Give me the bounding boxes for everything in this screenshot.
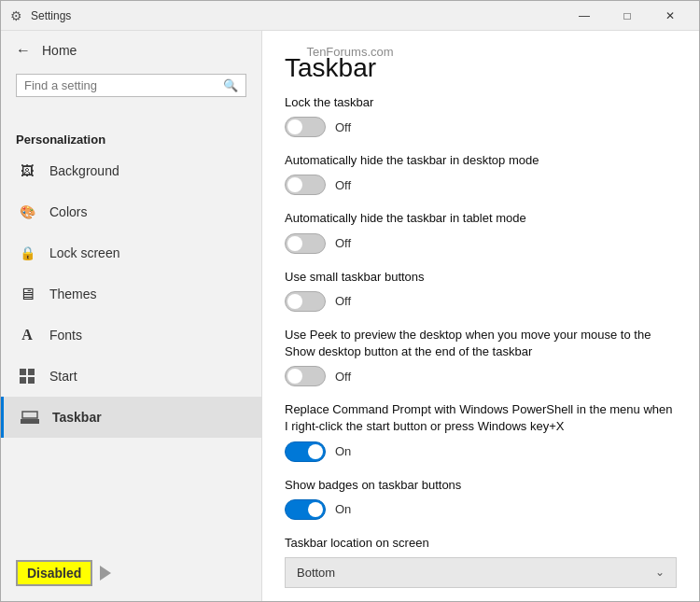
sidebar-item-lock-screen[interactable]: 🔒 Lock screen	[1, 232, 261, 273]
svg-rect-0	[20, 369, 26, 375]
sidebar-label-fonts: Fonts	[49, 328, 82, 343]
minimize-button[interactable]: —	[563, 1, 606, 31]
sidebar-label-start: Start	[49, 369, 77, 384]
auto-hide-desktop-knob	[287, 177, 302, 192]
chevron-down-icon: ⌄	[655, 566, 665, 579]
peek-preview-knob	[287, 369, 302, 384]
search-box[interactable]: TenForums.com 🔍	[16, 74, 246, 97]
sidebar: ← Home TenForums.com 🔍 Personalization 🖼…	[1, 31, 262, 601]
small-buttons-toggle[interactable]	[285, 291, 326, 312]
section-title: Personalization	[1, 125, 261, 150]
peek-preview-toggle-row: Off	[285, 366, 677, 386]
themes-icon: 🖥	[16, 283, 38, 305]
taskbar-location-label: Taskbar location on screen	[285, 535, 677, 552]
window-controls: — □ ✕	[563, 1, 692, 31]
taskbar-icon	[19, 406, 41, 428]
replace-cmd-toggle[interactable]	[285, 441, 326, 462]
setting-lock-taskbar: Lock the taskbar Off	[285, 94, 677, 137]
auto-hide-tablet-status: Off	[335, 236, 351, 250]
start-icon	[16, 365, 38, 387]
lock-screen-icon: 🔒	[16, 242, 38, 264]
location-dropdown[interactable]: Bottom ⌄	[285, 557, 677, 588]
auto-hide-tablet-toggle[interactable]	[285, 233, 326, 254]
settings-window: ⚙ Settings — □ ✕ ← Home TenForums.com 🔍 …	[0, 0, 700, 602]
show-badges-toggle[interactable]	[285, 499, 326, 520]
app-icon: ⚙	[8, 8, 23, 23]
show-badges-knob	[308, 502, 323, 517]
auto-hide-desktop-label: Automatically hide the taskbar in deskto…	[285, 152, 677, 169]
sidebar-item-fonts[interactable]: A Fonts	[1, 315, 261, 356]
small-buttons-status: Off	[335, 294, 351, 308]
lock-taskbar-knob	[287, 119, 302, 134]
lock-taskbar-status: Off	[335, 120, 351, 134]
auto-hide-desktop-toggle-row: Off	[285, 175, 677, 195]
show-badges-label: Show badges on taskbar buttons	[285, 477, 677, 494]
disabled-label: Disabled	[16, 560, 92, 586]
settings-list: Lock the taskbar Off Automatically hide …	[262, 94, 699, 601]
colors-icon: 🎨	[16, 201, 38, 223]
replace-cmd-status: On	[335, 444, 351, 458]
right-panel: Taskbar Lock the taskbar Off Automatical…	[262, 31, 699, 601]
setting-taskbar-location: Taskbar location on screen Bottom ⌄	[285, 535, 677, 588]
back-arrow-icon: ←	[16, 42, 31, 59]
auto-hide-tablet-label: Automatically hide the taskbar in tablet…	[285, 210, 677, 227]
setting-small-buttons: Use small taskbar buttons Off	[285, 269, 677, 312]
small-buttons-toggle-row: Off	[285, 291, 677, 312]
small-buttons-knob	[287, 294, 302, 309]
replace-cmd-label: Replace Command Prompt with Windows Powe…	[285, 401, 677, 435]
maximize-button[interactable]: □	[606, 1, 649, 31]
lock-taskbar-toggle-row: Off	[285, 117, 677, 137]
sidebar-label-lock-screen: Lock screen	[49, 245, 119, 260]
svg-rect-2	[20, 377, 26, 384]
peek-preview-status: Off	[335, 370, 351, 384]
auto-hide-tablet-toggle-row: Off	[285, 233, 677, 254]
sidebar-label-taskbar: Taskbar	[52, 410, 102, 425]
auto-hide-tablet-knob	[287, 236, 302, 251]
title-bar: ⚙ Settings — □ ✕	[1, 1, 699, 31]
main-content: ← Home TenForums.com 🔍 Personalization 🖼…	[1, 31, 699, 601]
disabled-tooltip: Disabled	[16, 560, 92, 586]
small-buttons-label: Use small taskbar buttons	[285, 269, 677, 286]
sidebar-label-colors: Colors	[49, 204, 87, 219]
fonts-icon: A	[16, 324, 38, 346]
disabled-area: Disabled	[1, 553, 261, 601]
show-badges-status: On	[335, 502, 351, 516]
svg-rect-3	[28, 377, 35, 384]
background-icon: 🖼	[16, 160, 38, 182]
setting-peek-preview: Use Peek to preview the desktop when you…	[285, 327, 677, 386]
sidebar-item-themes[interactable]: 🖥 Themes	[1, 273, 261, 315]
window-title: Settings	[31, 9, 563, 22]
lock-taskbar-label: Lock the taskbar	[285, 94, 677, 111]
peek-preview-toggle[interactable]	[285, 366, 326, 386]
svg-rect-4	[21, 419, 39, 424]
close-button[interactable]: ✕	[649, 1, 692, 31]
show-badges-toggle-row: On	[285, 499, 677, 520]
auto-hide-desktop-status: Off	[335, 178, 351, 192]
back-button[interactable]: ← Home	[1, 31, 261, 70]
sidebar-item-background[interactable]: 🖼 Background	[1, 150, 261, 191]
panel-title: Taskbar	[262, 31, 699, 94]
svg-rect-1	[28, 369, 35, 375]
replace-cmd-toggle-row: On	[285, 441, 677, 462]
replace-cmd-knob	[308, 444, 323, 459]
watermark: TenForums.com	[306, 45, 393, 59]
auto-hide-desktop-toggle[interactable]	[285, 175, 326, 195]
sidebar-item-taskbar[interactable]: Taskbar	[1, 397, 261, 438]
peek-preview-label: Use Peek to preview the desktop when you…	[285, 327, 677, 360]
sidebar-item-colors[interactable]: 🎨 Colors	[1, 191, 261, 232]
location-dropdown-value: Bottom	[297, 566, 335, 580]
setting-replace-cmd: Replace Command Prompt with Windows Powe…	[285, 401, 677, 461]
setting-show-badges: Show badges on taskbar buttons On	[285, 477, 677, 520]
sidebar-label-themes: Themes	[49, 287, 97, 301]
setting-auto-hide-desktop: Automatically hide the taskbar in deskto…	[285, 152, 677, 195]
lock-taskbar-toggle[interactable]	[285, 117, 326, 137]
search-input[interactable]	[24, 78, 223, 92]
search-icon[interactable]: 🔍	[223, 78, 238, 92]
tooltip-arrow-icon	[100, 566, 111, 581]
sidebar-label-background: Background	[49, 163, 119, 178]
setting-auto-hide-tablet: Automatically hide the taskbar in tablet…	[285, 210, 677, 253]
sidebar-item-start[interactable]: Start	[1, 356, 261, 397]
home-label: Home	[42, 43, 77, 58]
svg-rect-5	[22, 412, 37, 418]
